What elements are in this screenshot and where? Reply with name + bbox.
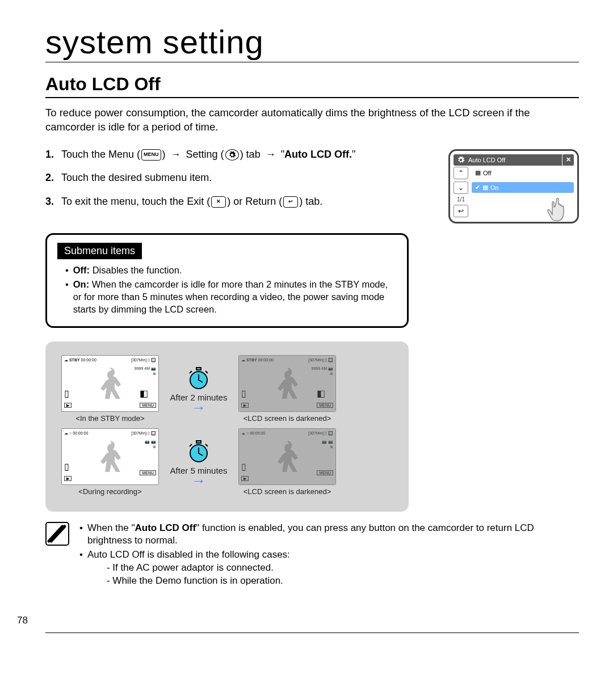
note-icon bbox=[45, 522, 69, 546]
clock-icon bbox=[187, 365, 210, 390]
note-subitem: If the AC power adaptor is connected. bbox=[107, 562, 290, 575]
submenu-heading: Submenu items bbox=[57, 243, 142, 259]
steps-list: 1. Touch the Menu (MENU) → Setting () ta… bbox=[45, 146, 431, 211]
menu-page-indicator: 1/1 bbox=[454, 196, 468, 203]
menu-option-on[interactable]: ✔ ▦ On bbox=[472, 182, 574, 193]
gear-icon bbox=[457, 156, 465, 164]
diagram-transition-2min: After 2 minutes → bbox=[165, 365, 233, 412]
scroll-up-button[interactable]: ⌃ bbox=[454, 167, 468, 179]
note-subitem: While the Demo function is in operation. bbox=[107, 575, 290, 588]
diagram-cell-stby: ☁ STBY 00:00:00[307Min] ▯ 🔲 9999 4M 📷⊚ ▯… bbox=[61, 355, 159, 423]
footer-rule bbox=[45, 632, 579, 633]
submenu-box: Submenu items •Off: Disables the functio… bbox=[45, 233, 409, 327]
arrow-icon: → bbox=[266, 149, 276, 160]
return-icon: ↩ bbox=[283, 196, 298, 208]
menu-header: Auto LCD Off ✕ bbox=[454, 154, 574, 166]
step-1-text: Touch the Menu (MENU) → Setting () tab →… bbox=[61, 146, 355, 164]
close-icon[interactable]: ✕ bbox=[562, 154, 574, 166]
page-number: 78 bbox=[17, 615, 28, 626]
step-3-text: To exit the menu, touch the Exit (✕) or … bbox=[61, 193, 322, 211]
notes-block: •When the "Auto LCD Off" function is ena… bbox=[45, 522, 579, 589]
menu-screenshot: Auto LCD Off ✕ ⌃ ▦ Off ⌄ ✔ bbox=[448, 149, 579, 224]
intro-paragraph: To reduce power consumption, the camcord… bbox=[45, 106, 579, 134]
arrow-icon: → bbox=[165, 403, 233, 412]
menu-icon: MENU bbox=[141, 149, 161, 161]
gear-icon bbox=[225, 149, 239, 161]
menu-option-off[interactable]: ▦ Off bbox=[472, 167, 574, 178]
note-item: • Auto LCD Off is disabled in the follow… bbox=[77, 549, 579, 588]
submenu-item-on: •On: When the camcorder is idle for more… bbox=[57, 278, 397, 316]
check-icon: ✔ bbox=[475, 184, 480, 191]
submenu-item-off: •Off: Disables the function. bbox=[57, 264, 397, 276]
diagram-cell-rec: ☁ ○ 00:00:00[307Min] ▯ 🔲 📷 📷⊚ ▯▶MENU <Du… bbox=[61, 428, 159, 496]
chapter-title: system setting bbox=[45, 23, 579, 62]
lcd-on-icon: ▦ bbox=[482, 184, 488, 191]
return-button[interactable]: ↩ bbox=[454, 205, 468, 217]
menu-title: Auto LCD Off bbox=[468, 157, 505, 163]
diagram-panel: ☁ STBY 00:00:00[307Min] ▯ 🔲 9999 4M 📷⊚ ▯… bbox=[45, 341, 409, 512]
arrow-icon: → bbox=[171, 149, 181, 160]
note-item: •When the "Auto LCD Off" function is ena… bbox=[77, 522, 579, 548]
step-number: 1. bbox=[45, 146, 57, 164]
clock-icon bbox=[187, 438, 210, 463]
step-2-text: Touch the desired submenu item. bbox=[61, 169, 212, 187]
scroll-down-button[interactable]: ⌄ bbox=[454, 182, 468, 194]
step-number: 3. bbox=[45, 193, 57, 211]
diagram-transition-5min: After 5 minutes → bbox=[165, 438, 233, 486]
section-title: Auto LCD Off bbox=[45, 74, 579, 98]
exit-icon: ✕ bbox=[211, 196, 226, 208]
diagram-cell-dark: ☁ STBY 00:00:00[307Min] ▯ 🔲 9999 4M 📷⊚ ▯… bbox=[238, 355, 336, 423]
arrow-icon: → bbox=[165, 476, 233, 486]
hand-pointer-icon bbox=[545, 197, 580, 223]
lcd-off-icon: ▦ bbox=[475, 169, 481, 176]
step-number: 2. bbox=[45, 169, 57, 187]
diagram-cell-dark: ☁ ○ 00:05:00[307Min] ▯ 🔲 📷 📷⊚ ▯▶MENU <LC… bbox=[238, 428, 336, 496]
